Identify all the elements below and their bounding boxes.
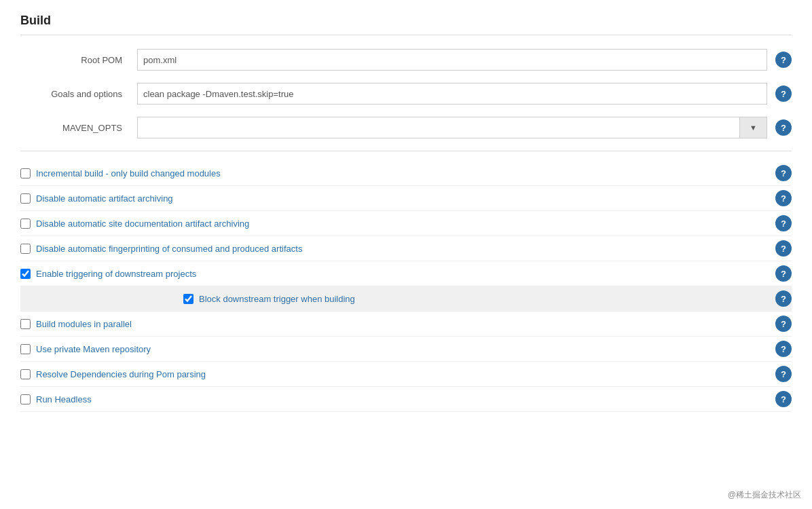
divider xyxy=(20,151,792,151)
checkbox-cb9[interactable] xyxy=(20,369,31,379)
checkbox-cb8[interactable] xyxy=(20,344,31,354)
watermark-text: @稀土掘金技术社区 xyxy=(728,489,801,501)
root-pom-input[interactable] xyxy=(137,49,767,71)
checkbox-row-cb4: Disable automatic fingerprinting of cons… xyxy=(20,236,792,261)
help-button-cb2[interactable]: ? xyxy=(775,190,792,206)
checkbox-label-cb6[interactable]: Block downstream trigger when building xyxy=(199,294,355,304)
checkbox-row-cb1: Incremental build - only build changed m… xyxy=(20,161,792,186)
goals-options-input[interactable] xyxy=(137,83,767,105)
goals-options-label: Goals and options xyxy=(20,89,129,99)
checkbox-row-cb9: Resolve Dependencies during Pom parsing? xyxy=(20,362,792,387)
checkbox-cb2[interactable] xyxy=(20,193,31,204)
checkbox-label-cb9[interactable]: Resolve Dependencies during Pom parsing xyxy=(36,369,206,379)
help-button-cb5[interactable]: ? xyxy=(775,265,792,282)
checkbox-cb3[interactable] xyxy=(20,219,31,229)
checkbox-cb5[interactable] xyxy=(20,269,31,279)
checkbox-label-cb7[interactable]: Build modules in parallel xyxy=(36,319,132,329)
root-pom-help-button[interactable]: ? xyxy=(775,52,792,68)
checkbox-row-cb5: Enable triggering of downstream projects… xyxy=(20,261,792,286)
checkbox-cb7[interactable] xyxy=(20,319,31,329)
checkboxes-container: Incremental build - only build changed m… xyxy=(20,161,792,412)
checkbox-label-cb10[interactable]: Run Headless xyxy=(36,394,92,404)
help-button-cb4[interactable]: ? xyxy=(775,240,792,257)
maven-opts-label: MAVEN_OPTS xyxy=(20,123,129,133)
goals-options-help-button[interactable]: ? xyxy=(775,86,792,102)
checkbox-cb4[interactable] xyxy=(20,244,31,254)
help-button-cb1[interactable]: ? xyxy=(775,165,792,181)
checkbox-label-cb1[interactable]: Incremental build - only build changed m… xyxy=(36,168,221,178)
checkbox-cb6[interactable] xyxy=(183,294,193,304)
checkbox-row-cb3: Disable automatic site documentation art… xyxy=(20,211,792,236)
checkbox-cb1[interactable] xyxy=(20,168,31,178)
maven-opts-dropdown-button[interactable]: ▼ xyxy=(740,117,767,138)
root-pom-label: Root POM xyxy=(20,55,129,65)
checkbox-row-cb8: Use private Maven repository? xyxy=(20,337,792,362)
help-button-cb8[interactable]: ? xyxy=(775,341,792,357)
checkbox-label-cb3[interactable]: Disable automatic site documentation art… xyxy=(36,219,249,229)
help-button-cb3[interactable]: ? xyxy=(775,215,792,231)
checkbox-cb10[interactable] xyxy=(20,394,31,404)
help-button-cb9[interactable]: ? xyxy=(775,366,792,382)
maven-opts-input-group: ▼ xyxy=(137,117,767,138)
checkbox-label-cb8[interactable]: Use private Maven repository xyxy=(36,344,151,354)
checkbox-label-cb4[interactable]: Disable automatic fingerprinting of cons… xyxy=(36,244,302,254)
checkbox-row-cb7: Build modules in parallel? xyxy=(20,312,792,337)
maven-opts-input[interactable] xyxy=(137,117,740,138)
checkbox-row-cb6: Block downstream trigger when building? xyxy=(20,286,792,312)
page-title: Build xyxy=(20,14,792,35)
checkbox-label-cb2[interactable]: Disable automatic artifact archiving xyxy=(36,193,173,204)
help-button-cb10[interactable]: ? xyxy=(775,391,792,407)
help-button-cb6[interactable]: ? xyxy=(775,290,792,307)
checkbox-label-cb5[interactable]: Enable triggering of downstream projects xyxy=(36,269,196,279)
maven-opts-row: MAVEN_OPTS ▼ ? xyxy=(20,117,792,138)
root-pom-row: Root POM ? xyxy=(20,49,792,71)
maven-opts-help-button[interactable]: ? xyxy=(775,119,792,136)
help-button-cb7[interactable]: ? xyxy=(775,316,792,332)
checkbox-row-cb10: Run Headless? xyxy=(20,387,792,412)
goals-options-row: Goals and options ? xyxy=(20,83,792,105)
checkbox-row-cb2: Disable automatic artifact archiving? xyxy=(20,186,792,211)
